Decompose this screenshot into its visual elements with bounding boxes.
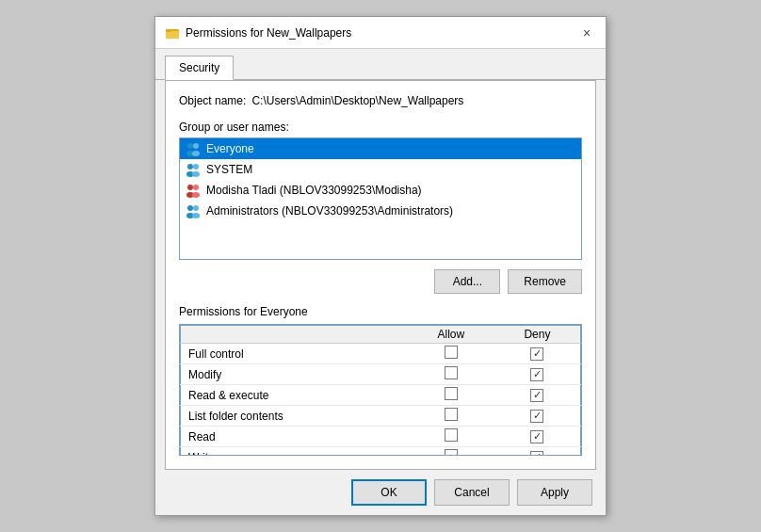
perm-col-deny: Deny bbox=[494, 326, 581, 344]
perm-row-5: Write bbox=[181, 447, 581, 457]
dialog-body: Object name: C:\Users\Admin\Desktop\New_… bbox=[165, 80, 596, 470]
permissions-table: Allow Deny Full controlModifyRead & exec… bbox=[180, 325, 581, 456]
tab-bar: Security bbox=[155, 49, 606, 80]
user-label-modisha: Modisha Tladi (NBLOV33099253\Modisha) bbox=[206, 184, 422, 197]
object-name-label: Object name: bbox=[179, 94, 246, 107]
perm-deny-checkbox-2[interactable] bbox=[530, 389, 543, 402]
permissions-scroll[interactable]: Allow Deny Full controlModifyRead & exec… bbox=[179, 324, 582, 456]
svg-point-11 bbox=[187, 185, 193, 190]
perm-deny-cell-5[interactable] bbox=[494, 447, 581, 457]
perm-allow-cell-5[interactable] bbox=[408, 447, 494, 457]
svg-point-5 bbox=[193, 143, 199, 149]
perm-deny-cell-2[interactable] bbox=[494, 385, 581, 406]
cancel-button[interactable]: Cancel bbox=[434, 479, 510, 506]
user-label-everyone: Everyone bbox=[206, 142, 254, 155]
svg-point-3 bbox=[187, 143, 193, 149]
perm-allow-checkbox-3[interactable] bbox=[445, 408, 458, 421]
perm-allow-cell-0[interactable] bbox=[408, 344, 494, 364]
svg-rect-1 bbox=[166, 31, 179, 39]
remove-button[interactable]: Remove bbox=[508, 269, 582, 294]
svg-rect-2 bbox=[166, 29, 171, 32]
user-item-system[interactable]: SYSTEM bbox=[180, 159, 581, 180]
permissions-section-label: Permissions for Everyone bbox=[179, 305, 582, 318]
perm-name-2: Read & execute bbox=[181, 385, 408, 406]
svg-point-18 bbox=[192, 213, 200, 218]
user-icon-administrators bbox=[186, 203, 201, 218]
perm-allow-cell-3[interactable] bbox=[408, 406, 494, 427]
svg-point-14 bbox=[192, 192, 200, 198]
perm-deny-checkbox-0[interactable] bbox=[530, 347, 543, 361]
ok-button[interactable]: OK bbox=[351, 479, 427, 506]
perm-allow-checkbox-1[interactable] bbox=[445, 366, 458, 379]
close-button[interactable]: × bbox=[577, 24, 596, 42]
perm-allow-cell-2[interactable] bbox=[408, 385, 494, 406]
perm-deny-cell-4[interactable] bbox=[494, 427, 581, 447]
svg-point-15 bbox=[187, 205, 193, 211]
svg-point-9 bbox=[193, 164, 199, 169]
user-label-system: SYSTEM bbox=[206, 163, 252, 176]
title-bar: Permissions for New_Wallpapers × bbox=[155, 17, 606, 49]
add-button[interactable]: Add... bbox=[434, 269, 500, 294]
svg-point-6 bbox=[192, 151, 200, 156]
perm-deny-cell-0[interactable] bbox=[494, 344, 581, 364]
perm-allow-checkbox-5[interactable] bbox=[445, 449, 458, 456]
perm-deny-checkbox-5[interactable] bbox=[530, 451, 543, 456]
object-name-value: C:\Users\Admin\Desktop\New_Wallpapers bbox=[251, 94, 463, 107]
user-item-modisha[interactable]: Modisha Tladi (NBLOV33099253\Modisha) bbox=[180, 180, 581, 201]
perm-deny-checkbox-1[interactable] bbox=[530, 368, 543, 381]
svg-point-7 bbox=[187, 164, 193, 169]
perm-name-4: Read bbox=[181, 427, 408, 447]
folder-icon bbox=[165, 25, 180, 40]
perm-name-1: Modify bbox=[181, 364, 408, 385]
perm-allow-checkbox-0[interactable] bbox=[445, 346, 458, 359]
svg-point-17 bbox=[193, 205, 199, 211]
user-label-administrators: Administrators (NBLOV33099253\Administra… bbox=[206, 204, 453, 218]
perm-allow-cell-1[interactable] bbox=[408, 364, 494, 385]
perm-row-1: Modify bbox=[181, 364, 581, 385]
user-item-administrators[interactable]: Administrators (NBLOV33099253\Administra… bbox=[180, 201, 581, 221]
svg-point-13 bbox=[193, 185, 199, 190]
title-bar-left: Permissions for New_Wallpapers bbox=[165, 25, 351, 40]
perm-allow-checkbox-2[interactable] bbox=[445, 387, 458, 400]
perm-col-allow: Allow bbox=[408, 326, 494, 344]
perm-deny-checkbox-3[interactable] bbox=[530, 410, 543, 423]
perm-allow-cell-4[interactable] bbox=[408, 427, 494, 447]
permissions-dialog: Permissions for New_Wallpapers × Securit… bbox=[154, 16, 607, 516]
tab-security[interactable]: Security bbox=[165, 56, 234, 80]
perm-deny-checkbox-4[interactable] bbox=[530, 430, 543, 443]
apply-button[interactable]: Apply bbox=[517, 479, 592, 506]
dialog-title: Permissions for New_Wallpapers bbox=[186, 26, 351, 40]
user-item-everyone[interactable]: Everyone bbox=[180, 138, 581, 159]
perm-row-2: Read & execute bbox=[181, 385, 581, 406]
perm-row-3: List folder contents bbox=[181, 406, 581, 427]
dialog-footer: OK Cancel Apply bbox=[155, 470, 606, 515]
perm-row-0: Full control bbox=[181, 344, 581, 364]
group-label: Group or user names: bbox=[179, 121, 582, 134]
perm-row-4: Read bbox=[181, 427, 581, 447]
users-list[interactable]: Everyone SYSTEM Modisha Tladi (N bbox=[179, 137, 582, 260]
user-icon-everyone bbox=[186, 141, 201, 156]
user-icon-modisha bbox=[186, 183, 201, 198]
perm-name-0: Full control bbox=[181, 344, 408, 364]
user-icon-system bbox=[186, 162, 201, 177]
perm-deny-cell-1[interactable] bbox=[494, 364, 581, 385]
svg-point-10 bbox=[192, 171, 200, 177]
perm-allow-checkbox-4[interactable] bbox=[445, 428, 458, 442]
object-name-row: Object name: C:\Users\Admin\Desktop\New_… bbox=[179, 94, 582, 107]
user-buttons-row: Add... Remove bbox=[179, 269, 582, 294]
perm-name-3: List folder contents bbox=[181, 406, 408, 427]
perm-deny-cell-3[interactable] bbox=[494, 406, 581, 427]
perm-col-name bbox=[181, 326, 408, 344]
perm-name-5: Write bbox=[181, 447, 408, 457]
